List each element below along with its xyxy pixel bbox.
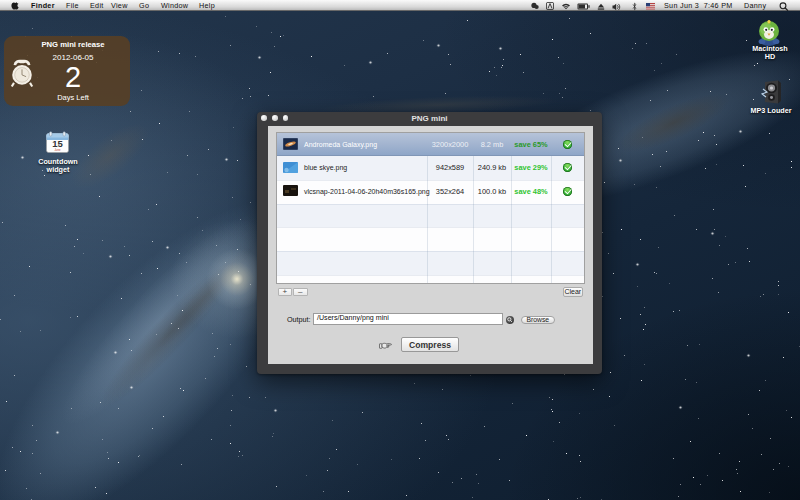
svg-text:June: June [54,148,61,152]
